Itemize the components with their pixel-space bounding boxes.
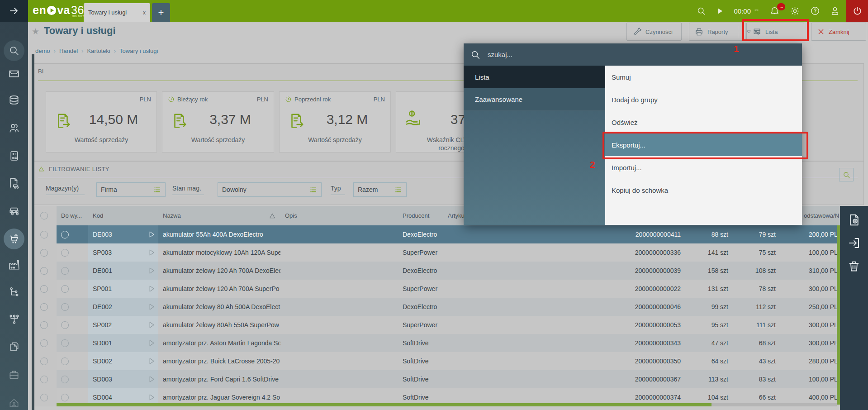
row-checkbox-cell[interactable] [57, 316, 88, 334]
kpi-card-current-year[interactable]: Bieżący rok PLN 3,37 M Wartość sprzedaży [162, 91, 274, 153]
row-checkbox-cell[interactable] [57, 262, 88, 280]
row-checkbox-cell[interactable] [57, 334, 88, 352]
radio-icon[interactable] [40, 303, 48, 311]
menu-item-dodaj-do-grupy[interactable]: Dodaj do grupy [605, 88, 802, 111]
breadcrumb-kartoteki[interactable]: Kartoteki [87, 48, 110, 54]
sidebar-item-home[interactable] [0, 392, 28, 410]
sidebar-item-briefcase[interactable] [0, 364, 28, 386]
radio-icon[interactable] [40, 267, 48, 275]
radio-icon[interactable] [40, 321, 48, 329]
filter-select-firma[interactable]: Firma [96, 182, 166, 197]
row-play-icon[interactable] [145, 316, 158, 334]
table-row[interactable]: SD003 amortyzator prz. Ford Capri 1.6 So… [32, 370, 847, 388]
tab-towary-i-uslugi[interactable]: Towary i usługi x [84, 3, 150, 22]
sidebar-item-delivery[interactable] [0, 172, 28, 194]
lista-button[interactable]: Lista [746, 23, 804, 41]
radio-icon[interactable] [61, 376, 69, 383]
row-checkbox-cell[interactable] [57, 352, 88, 370]
filter-title[interactable]: FILTROWANIE LISTY [38, 166, 109, 172]
menu-item-sumuj[interactable]: Sumuj [605, 66, 802, 88]
breadcrumb-handel[interactable]: Handel [59, 48, 78, 54]
sidebar-item-documents[interactable] [0, 336, 28, 358]
radio-icon[interactable] [40, 212, 48, 219]
notifications-bell-icon[interactable]: ... [769, 6, 780, 16]
sidebar-item-calculator[interactable] [0, 145, 28, 167]
table-row[interactable]: SD001 amortyzator prz. Aston Martin Lago… [32, 334, 847, 352]
sidebar-item-sales-active[interactable] [0, 225, 28, 253]
row-selector[interactable] [32, 298, 57, 316]
menu-item-odswiez[interactable]: Odśwież [605, 111, 802, 133]
radio-icon[interactable] [40, 249, 48, 257]
help-icon[interactable] [810, 6, 820, 16]
table-row[interactable]: SP002 akumulator żelowy 80Ah 550A SuperP… [32, 316, 847, 334]
tab-close-icon[interactable]: x [143, 10, 146, 16]
column-header-opis[interactable]: Opis [280, 206, 398, 225]
radio-icon[interactable] [40, 339, 48, 347]
row-checkbox-cell[interactable] [57, 370, 88, 388]
row-selector[interactable] [32, 225, 57, 243]
row-selector[interactable] [32, 262, 57, 280]
play-icon[interactable] [716, 7, 724, 15]
new-tab-button[interactable]: + [152, 3, 170, 22]
filter-search-button[interactable] [839, 168, 854, 181]
radio-icon[interactable] [61, 303, 69, 311]
row-play-icon[interactable] [145, 298, 158, 316]
row-play-icon[interactable] [145, 225, 158, 243]
horizontal-scrollbar-track[interactable] [711, 403, 837, 406]
kpi-card-previous-year[interactable]: Poprzedni rok PLN 3,12 M Wartość sprzeda… [279, 91, 391, 153]
timer[interactable]: 00:00 [734, 7, 759, 15]
global-search-icon[interactable] [697, 6, 706, 16]
power-button[interactable] [846, 0, 868, 22]
row-selector[interactable] [32, 316, 57, 334]
row-selector[interactable] [32, 334, 57, 352]
sort-triangle-icon[interactable] [269, 212, 276, 219]
table-row[interactable]: SP003 akumulator motocyklowy 10Ah 120A S… [32, 243, 847, 262]
new-record-button[interactable] [846, 212, 862, 228]
sidebar-item-workflow[interactable] [0, 308, 28, 330]
horizontal-scrollbar[interactable] [57, 403, 711, 406]
sidebar-item-search[interactable] [0, 37, 28, 64]
sidebar-item-hierarchy[interactable] [0, 281, 28, 303]
timer-caret-icon[interactable] [754, 8, 759, 14]
user-icon[interactable] [830, 6, 840, 16]
row-checkbox-cell[interactable] [57, 280, 88, 298]
raporty-button[interactable]: Raporty [689, 23, 734, 40]
radio-icon[interactable] [40, 231, 48, 238]
radio-icon[interactable] [61, 394, 69, 401]
column-header-kod[interactable]: Kod [88, 206, 145, 225]
sidebar-item-inbox[interactable] [0, 62, 28, 84]
radio-icon[interactable] [61, 249, 69, 257]
row-play-icon[interactable] [145, 334, 158, 352]
row-selector[interactable] [32, 370, 57, 388]
menu-item-kopiuj-do-schowka[interactable]: Kopiuj do schowka [605, 179, 802, 201]
radio-icon[interactable] [40, 394, 48, 401]
table-row[interactable]: DE001 akumulator żelowy 120 Ah 700A Dexo… [32, 262, 847, 280]
row-selector[interactable] [32, 388, 57, 406]
filter-select-dowolny[interactable]: Dowolny [218, 182, 322, 197]
row-play-icon[interactable] [145, 262, 158, 280]
vertical-scrollbar[interactable] [837, 225, 840, 405]
row-play-icon[interactable] [145, 352, 158, 370]
row-selector[interactable] [32, 280, 57, 298]
radio-icon[interactable] [40, 358, 48, 365]
menu-item-eksportuj[interactable]: Eksportuj... [605, 133, 802, 156]
row-play-icon[interactable] [145, 370, 158, 388]
table-row[interactable]: SP001 akumulator żelowy 120 Ah 700A Supe… [32, 280, 847, 298]
row-checkbox-cell[interactable] [57, 243, 88, 262]
delete-record-button[interactable] [846, 258, 862, 274]
row-checkbox-cell[interactable] [57, 298, 88, 316]
sidebar-toggle-button[interactable] [0, 0, 28, 22]
breadcrumb-demo[interactable]: demo [35, 48, 50, 54]
menu-item-importuj[interactable]: Importuj... [605, 156, 802, 179]
menu-tab-zaawansowane[interactable]: Zaawansowane [464, 88, 605, 111]
radio-icon[interactable] [61, 339, 69, 347]
row-play-icon[interactable] [145, 243, 158, 262]
radio-icon[interactable] [40, 285, 48, 293]
column-header-producent[interactable]: Producent [398, 206, 443, 225]
open-record-button[interactable] [846, 235, 862, 251]
radio-icon[interactable] [61, 285, 69, 293]
zamknij-button[interactable]: Zamknij [811, 23, 866, 41]
favorite-star-icon[interactable]: ★ [32, 26, 39, 37]
table-row[interactable]: DE003 akumulator 55Ah 400A DexoElectro D… [32, 225, 847, 243]
sidebar-item-contacts[interactable] [0, 117, 28, 139]
